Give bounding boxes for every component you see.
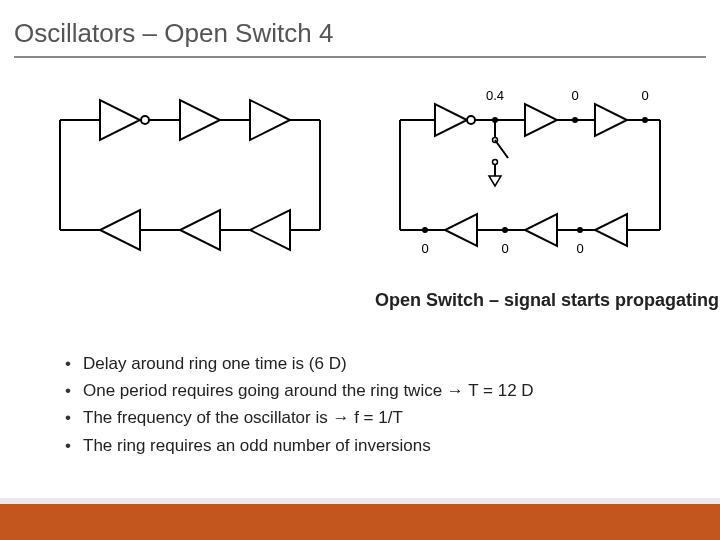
bullet-text: Delay around ring one time is (6 D) (83, 350, 534, 377)
svg-point-21 (642, 117, 648, 123)
buffer-icon (445, 214, 477, 246)
svg-marker-17 (525, 104, 557, 136)
open-switch-icon (489, 120, 508, 186)
svg-point-30 (422, 227, 428, 233)
svg-marker-15 (435, 104, 467, 136)
svg-point-25 (493, 160, 498, 165)
svg-marker-28 (525, 214, 557, 246)
buffer-icon (100, 210, 140, 250)
svg-marker-7 (250, 100, 290, 140)
node-label: 0 (641, 88, 648, 103)
svg-point-31 (502, 227, 508, 233)
footer-bar (0, 504, 720, 540)
buffer-icon (525, 104, 557, 136)
bullet-list: • Delay around ring one time is (6 D) • … (65, 350, 534, 459)
svg-marker-10 (100, 210, 140, 250)
node-label: 0 (421, 241, 428, 256)
node-label: 0 (576, 241, 583, 256)
list-item: • One period requires going around the r… (65, 377, 534, 404)
bullet-icon: • (65, 432, 83, 459)
bullet-icon: • (65, 404, 83, 431)
title-underline (14, 56, 706, 58)
svg-marker-27 (595, 214, 627, 246)
svg-point-32 (577, 227, 583, 233)
page-title: Oscillators – Open Switch 4 (14, 18, 333, 49)
left-ring (60, 100, 320, 250)
buffer-icon (525, 214, 557, 246)
list-item: • The ring requires an odd number of inv… (65, 432, 534, 459)
bullet-text: One period requires going around the rin… (83, 377, 534, 404)
svg-line-24 (495, 140, 508, 158)
ring-oscillator-diagrams: 0.4 0 0 (40, 80, 680, 280)
buffer-icon (595, 104, 627, 136)
svg-marker-8 (250, 210, 290, 250)
ground-icon (489, 176, 501, 186)
svg-point-5 (141, 116, 149, 124)
svg-point-20 (572, 117, 578, 123)
buffer-icon (100, 100, 149, 140)
node-label: 0.4 (486, 88, 504, 103)
buffer-icon (250, 100, 290, 140)
buffer-icon (435, 104, 475, 136)
svg-marker-29 (445, 214, 477, 246)
buffer-icon (250, 210, 290, 250)
list-item: • Delay around ring one time is (6 D) (65, 350, 534, 377)
buffer-icon (180, 100, 220, 140)
bullet-text: The ring requires an odd number of inver… (83, 432, 534, 459)
node-label: 0 (501, 241, 508, 256)
svg-marker-6 (180, 100, 220, 140)
buffer-icon (180, 210, 220, 250)
slide: Oscillators – Open Switch 4 (0, 0, 720, 540)
bullet-icon: • (65, 350, 83, 377)
list-item: • The frequency of the oscillator is → f… (65, 404, 534, 431)
node-label: 0 (571, 88, 578, 103)
bullet-text: The frequency of the oscillator is → f =… (83, 404, 534, 431)
svg-point-16 (467, 116, 475, 124)
svg-marker-18 (595, 104, 627, 136)
buffer-icon (595, 214, 627, 246)
diagram-caption: Open Switch – signal starts propagating (375, 290, 719, 311)
bullet-icon: • (65, 377, 83, 404)
right-ring: 0.4 0 0 (400, 88, 660, 256)
svg-marker-9 (180, 210, 220, 250)
svg-marker-4 (100, 100, 140, 140)
